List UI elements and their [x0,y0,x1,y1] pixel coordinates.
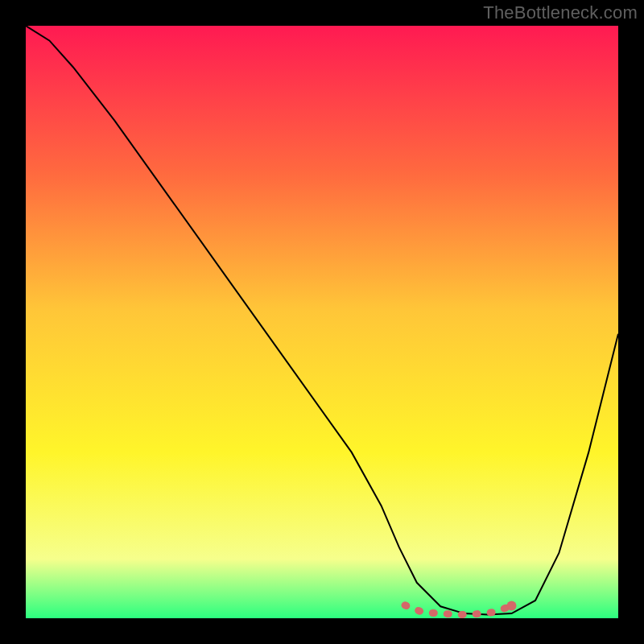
chart-canvas: TheBottleneck.com [0,0,644,644]
bottleneck-plot [26,26,618,618]
optimal-end-marker [507,601,517,611]
gradient-background [26,26,618,618]
watermark-text: TheBottleneck.com [483,2,638,23]
